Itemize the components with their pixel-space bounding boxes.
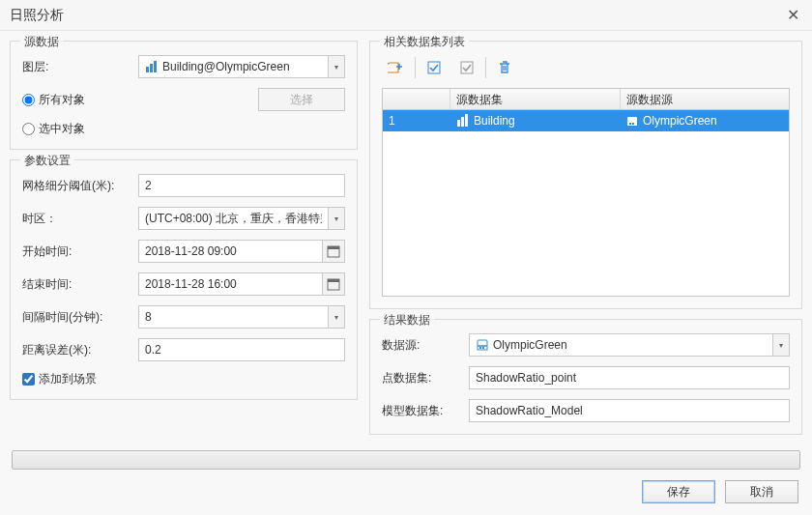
titlebar: 日照分析 ✕ [0, 0, 812, 31]
svg-rect-11 [465, 114, 468, 127]
table-header: 源数据集 源数据源 [383, 89, 789, 110]
svg-rect-14 [629, 123, 631, 125]
dataset-icon [456, 114, 470, 128]
svg-rect-9 [457, 120, 460, 127]
dialog-title: 日照分析 [10, 7, 783, 24]
radio-selected-input[interactable] [22, 123, 35, 135]
svg-rect-12 [627, 117, 637, 122]
start-input[interactable] [138, 240, 322, 263]
svg-rect-18 [479, 347, 481, 349]
header-dataset: 源数据集 [450, 89, 621, 109]
end-input[interactable] [138, 272, 322, 296]
interval-input[interactable] [138, 305, 328, 329]
add-scene-label: 添加到场景 [39, 371, 97, 387]
svg-rect-6 [328, 279, 339, 282]
svg-rect-7 [428, 62, 440, 73]
add-item-button[interactable] [382, 55, 411, 80]
source-legend: 源数据 [20, 34, 63, 50]
svg-rect-1 [150, 64, 153, 72]
tz-label: 时区： [22, 211, 138, 227]
model-input[interactable] [469, 399, 790, 422]
add-scene-input[interactable] [22, 373, 35, 386]
header-datasource: 源数据源 [621, 89, 790, 109]
row-dataset: Building [474, 114, 515, 128]
grid-label: 网格细分阈值(米): [22, 178, 138, 194]
grid-input[interactable] [138, 174, 345, 197]
ds-value: OlympicGreen [493, 338, 567, 352]
delete-button[interactable] [490, 55, 519, 80]
svg-rect-2 [154, 61, 157, 72]
dist-input[interactable] [138, 338, 345, 361]
dialog: 日照分析 ✕ 源数据 图层: Building@OlympicGreen [0, 0, 812, 515]
svg-rect-19 [482, 347, 484, 349]
datasource-icon [476, 338, 489, 352]
save-button[interactable]: 保存 [642, 480, 715, 503]
layer-value: Building@OlympicGreen [162, 60, 290, 73]
start-label: 开始时间: [22, 243, 138, 260]
svg-rect-10 [461, 117, 464, 127]
svg-rect-16 [478, 340, 487, 346]
cancel-button[interactable]: 取消 [725, 480, 798, 503]
result-fieldset: 结果数据 数据源: OlympicGreen ▾ 点数据集: [369, 319, 802, 435]
svg-rect-8 [461, 62, 473, 73]
interval-dropdown[interactable]: ▾ [328, 305, 345, 329]
ds-label: 数据源: [382, 337, 469, 354]
related-fieldset: 相关数据集列表 [369, 41, 802, 309]
radio-all-label: 所有对象 [39, 92, 85, 108]
params-legend: 参数设置 [20, 153, 74, 169]
deselect-all-button[interactable] [452, 55, 481, 80]
svg-rect-4 [328, 246, 339, 249]
datasource-icon [625, 114, 639, 128]
interval-label: 间隔时间(分钟): [22, 309, 138, 326]
ds-dropdown[interactable]: ▾ [772, 333, 790, 357]
dist-label: 距离误差(米): [22, 342, 138, 358]
related-table: 源数据集 源数据源 1 Building [382, 88, 790, 297]
table-row[interactable]: 1 Building OlympicGreen [383, 110, 789, 131]
close-button[interactable]: ✕ [783, 6, 802, 25]
related-legend: 相关数据集列表 [380, 34, 469, 50]
select-all-button[interactable] [420, 55, 449, 80]
row-datasource: OlympicGreen [643, 114, 717, 128]
layer-icon [145, 60, 159, 73]
svg-rect-0 [146, 67, 149, 72]
layer-label: 图层: [22, 59, 138, 75]
radio-selected[interactable]: 选中对象 [22, 121, 85, 137]
header-index [383, 89, 450, 109]
radio-selected-label: 选中对象 [39, 121, 85, 137]
point-input[interactable] [469, 366, 790, 389]
end-calendar-icon[interactable] [322, 272, 345, 296]
svg-rect-15 [632, 123, 634, 125]
point-label: 点数据集: [382, 370, 469, 386]
radio-all-input[interactable] [22, 94, 35, 106]
layer-dropdown[interactable]: ▾ [328, 55, 345, 78]
select-button: 选择 [258, 88, 345, 111]
params-fieldset: 参数设置 网格细分阈值(米): 时区： ▾ 开始时间: [10, 159, 358, 400]
radio-all[interactable]: 所有对象 [22, 92, 85, 108]
source-fieldset: 源数据 图层: Building@OlympicGreen ▾ [10, 41, 358, 150]
tz-dropdown[interactable]: ▾ [328, 207, 345, 230]
add-scene-checkbox[interactable]: 添加到场景 [22, 371, 345, 387]
start-calendar-icon[interactable] [322, 240, 345, 263]
progress-bar [12, 450, 800, 470]
tz-input[interactable] [138, 207, 328, 230]
end-label: 结束时间: [22, 276, 138, 293]
row-index: 1 [383, 114, 450, 128]
result-legend: 结果数据 [380, 312, 434, 329]
model-label: 模型数据集: [382, 403, 469, 419]
